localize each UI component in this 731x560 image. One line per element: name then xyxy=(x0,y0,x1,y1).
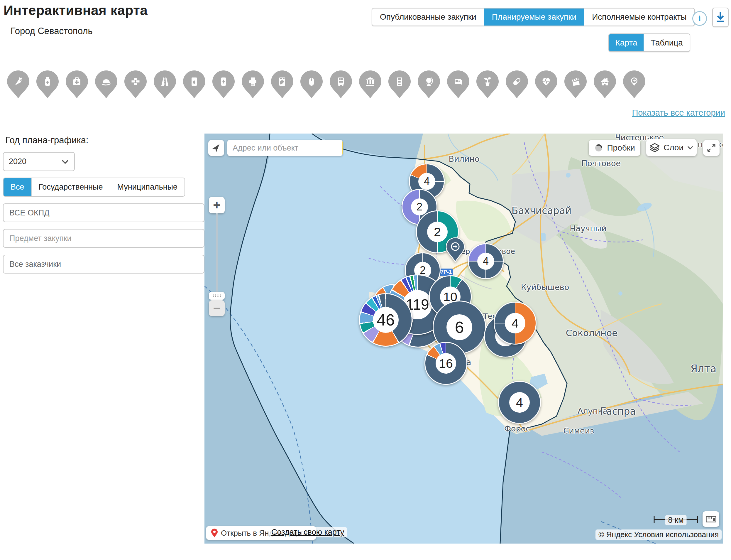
calculator-icon xyxy=(397,77,402,86)
ruler-button[interactable] xyxy=(703,511,719,527)
map-container[interactable]: ЧистенькоеПионерскоеПочтовоеВилиноБахчис… xyxy=(205,134,723,544)
battery-icon xyxy=(221,77,226,86)
category-row xyxy=(6,70,652,99)
mouse-icon xyxy=(309,78,314,86)
purchase-subject-input[interactable] xyxy=(3,229,205,248)
fullscreen-icon xyxy=(707,143,716,153)
cluster-count: 2 xyxy=(411,198,428,215)
page-title: Интерактивная карта xyxy=(4,2,148,18)
zoom-in-button[interactable]: + xyxy=(209,197,225,213)
layers-button[interactable]: Слои xyxy=(646,139,697,156)
selected-placemark-pin[interactable] xyxy=(445,237,465,262)
globe-category-pin[interactable] xyxy=(417,70,440,99)
cluster-count: 46 xyxy=(373,307,398,333)
washing-machine-icon xyxy=(279,77,285,86)
download-button[interactable] xyxy=(712,8,729,27)
info-icon[interactable]: i xyxy=(692,11,707,26)
ownership-all-button[interactable]: Все xyxy=(4,178,31,196)
cluster-marker-46[interactable]: 46 xyxy=(359,293,412,347)
cluster-count: 16 xyxy=(435,353,456,374)
washing-machine-category-pin[interactable] xyxy=(271,70,294,99)
tab-planned-purchases[interactable]: Планируемые закупки xyxy=(484,9,584,26)
view-mode-tabs: Карта Таблица xyxy=(608,33,690,52)
cinema-category-pin[interactable] xyxy=(564,70,587,99)
location-category-pin[interactable] xyxy=(622,70,646,99)
layers-icon xyxy=(649,143,660,153)
house-category-pin[interactable] xyxy=(593,70,617,99)
ownership-state-button[interactable]: Государственные xyxy=(31,178,110,196)
fuel-category-pin[interactable] xyxy=(183,70,206,99)
okpd-filter-input[interactable] xyxy=(3,203,205,222)
scale-label: 8 км xyxy=(665,515,687,525)
customers-filter-input[interactable] xyxy=(3,255,205,274)
zoom-out-button[interactable]: − xyxy=(209,300,225,316)
health-category-pin[interactable] xyxy=(534,70,558,99)
cluster-marker-4[interactable]: 4 xyxy=(468,243,504,279)
first-aid-category-pin[interactable] xyxy=(65,70,89,99)
press-category-pin[interactable] xyxy=(446,70,470,99)
zoom-slider-handle[interactable] xyxy=(209,292,225,300)
bricks-category-pin[interactable] xyxy=(124,70,147,99)
geolocation-arrow-icon xyxy=(212,143,221,153)
cluster-count: 4 xyxy=(505,313,525,333)
region-subtitle: Город Севастополь xyxy=(11,26,93,36)
cluster-layer: 4224240571194610624164 xyxy=(205,134,723,544)
purchase-type-tabs: Опубликованные закупки Планируемые закуп… xyxy=(371,8,695,26)
yandex-pin-icon xyxy=(211,528,218,538)
traffic-icon xyxy=(594,143,603,153)
create-own-map-link[interactable]: Создать свою карту xyxy=(269,527,347,537)
fuel-icon xyxy=(192,77,197,86)
cluster-count: 6 xyxy=(446,314,472,340)
fullscreen-button[interactable] xyxy=(703,140,720,156)
map-search-input[interactable] xyxy=(227,140,342,156)
cluster-count: 4 xyxy=(477,253,494,270)
tab-executed-contracts[interactable]: Исполняемые контракты xyxy=(584,9,694,26)
pill-category-pin[interactable] xyxy=(505,70,529,99)
printer-category-pin[interactable] xyxy=(241,70,265,99)
cluster-marker-4[interactable]: 4 xyxy=(494,302,536,345)
tab-table-view[interactable]: Таблица xyxy=(644,34,690,51)
medicine-category-pin[interactable] xyxy=(36,70,59,99)
year-label: Год плана-графика: xyxy=(5,135,88,146)
find-button[interactable]: Найти xyxy=(342,140,343,156)
cluster-count: 2 xyxy=(427,222,448,242)
year-select[interactable]: 2020 xyxy=(3,152,75,171)
copyright-label: © Яндекс xyxy=(598,530,632,539)
helmet-category-pin[interactable] xyxy=(94,70,118,99)
cluster-count: 4 xyxy=(418,173,435,190)
show-all-categories-link[interactable]: Показать все категории xyxy=(632,108,725,118)
cluster-count: 4 xyxy=(509,392,530,413)
download-icon xyxy=(715,11,726,24)
traffic-button[interactable]: Пробки xyxy=(589,140,640,156)
bank-category-pin[interactable] xyxy=(359,70,382,99)
layers-label: Слои xyxy=(664,143,683,152)
ownership-municipal-button[interactable]: Муниципальные xyxy=(110,178,185,196)
bus-category-pin[interactable] xyxy=(329,70,353,99)
grip-dots-icon xyxy=(212,294,221,298)
ruler-icon xyxy=(706,516,716,522)
tab-map-view[interactable]: Карта xyxy=(609,34,644,51)
interactive-map-page: Интерактивная карта Город Севастополь Оп… xyxy=(0,0,731,560)
geolocation-button[interactable] xyxy=(208,140,224,156)
ownership-filter: Все Государственные Муниципальные xyxy=(3,178,185,197)
cluster-marker-16[interactable]: 16 xyxy=(424,342,467,385)
traffic-label: Пробки xyxy=(607,143,635,153)
year-value: 2020 xyxy=(9,157,26,166)
plant-category-pin[interactable] xyxy=(476,70,499,99)
mouse-category-pin[interactable] xyxy=(300,70,323,99)
terms-of-use-link[interactable]: Условия использования xyxy=(634,530,719,539)
battery-category-pin[interactable] xyxy=(212,70,235,99)
cluster-marker-4[interactable]: 4 xyxy=(498,381,541,424)
chevron-down-icon xyxy=(61,159,69,164)
scale-bar: 8 км xyxy=(654,513,698,525)
zoom-slider-track[interactable] xyxy=(216,213,218,296)
chevron-down-icon xyxy=(687,146,693,150)
map-search: Найти xyxy=(227,140,343,156)
calculator-category-pin[interactable] xyxy=(388,70,411,99)
food-category-pin[interactable] xyxy=(6,70,30,99)
map-attribution: © Яндекс Условия использования xyxy=(595,529,722,540)
tab-published-purchases[interactable]: Опубликованные закупки xyxy=(372,9,484,26)
road-category-pin[interactable] xyxy=(153,70,177,99)
